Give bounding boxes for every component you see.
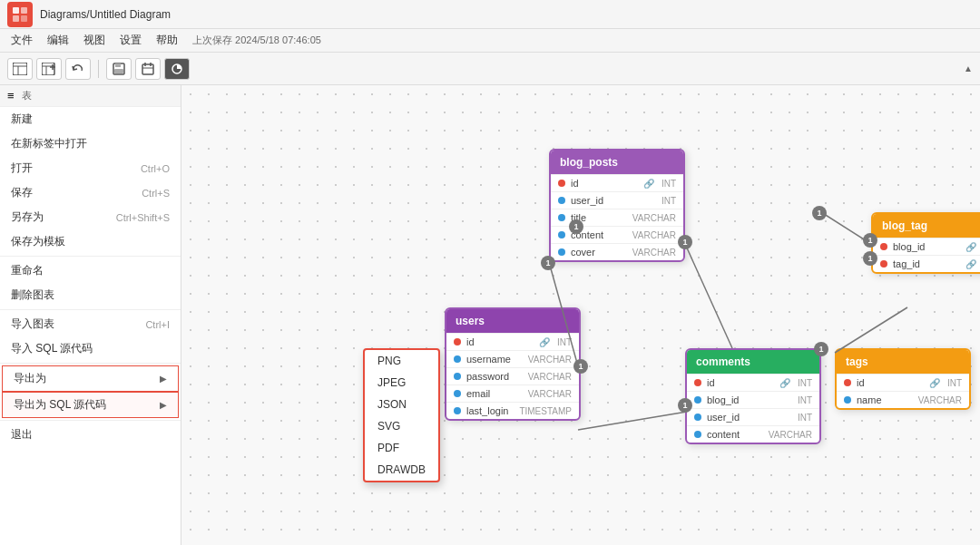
hamburger-icon[interactable]: ≡ xyxy=(7,89,15,102)
tags-row-id: id 🔗 INT xyxy=(837,374,969,391)
toolbar-add-table[interactable] xyxy=(36,58,62,80)
sidebar: ≡ 表 新建 在新标签中打开 打开 Ctrl+O 保存 Ctrl+S 另存为 C… xyxy=(0,85,181,545)
svg-rect-4 xyxy=(13,63,27,75)
field-dot xyxy=(558,197,565,204)
blog-tag-row-tagid: tag_id 🔗 INT xyxy=(873,255,980,272)
export-jpeg[interactable]: JPEG xyxy=(365,372,438,394)
file-dropdown: ≡ 表 新建 在新标签中打开 打开 Ctrl+O 保存 Ctrl+S 另存为 C… xyxy=(0,85,181,545)
comments-header: comments xyxy=(687,350,819,374)
svg-line-21 xyxy=(685,244,732,348)
save-timestamp: 上次保存 2024/5/18 07:46:05 xyxy=(192,34,321,47)
table-blog-tag[interactable]: blog_tag blog_id 🔗 INT tag_id 🔗 INT xyxy=(871,212,980,274)
table-tags[interactable]: tags id 🔗 INT name VARCHAR xyxy=(835,348,971,410)
pk-dot xyxy=(880,243,887,250)
menu-item-open[interactable]: 打开 Ctrl+O xyxy=(0,156,181,180)
blog-tag-row-blogid: blog_id 🔗 INT xyxy=(873,238,980,255)
menu-bar: 文件 编辑 视图 设置 帮助 上次保存 2024/5/18 07:46:05 xyxy=(0,29,980,53)
field-dot xyxy=(454,407,461,414)
comments-row-id: id 🔗 INT xyxy=(687,374,819,391)
users-row-username: username VARCHAR xyxy=(446,350,579,367)
table-comments[interactable]: comments id 🔗 INT blog_id INT user_id IN… xyxy=(685,348,821,444)
svg-rect-3 xyxy=(21,15,27,22)
separator-2 xyxy=(0,309,181,310)
menu-item-exit[interactable]: 退出 xyxy=(0,423,181,447)
svg-rect-0 xyxy=(13,7,19,14)
dropdown-header: ≡ 表 xyxy=(0,85,181,107)
users-header: users xyxy=(446,309,579,333)
blog-posts-header: blog_posts xyxy=(551,151,683,174)
export-svg[interactable]: SVG xyxy=(365,415,438,437)
toolbar-save[interactable] xyxy=(106,58,132,80)
export-pdf[interactable]: PDF xyxy=(365,437,438,459)
svg-rect-1 xyxy=(21,7,27,14)
users-row-email: email VARCHAR xyxy=(446,384,579,402)
toolbar-sep-1 xyxy=(98,60,99,78)
field-dot xyxy=(454,373,461,380)
svg-line-24 xyxy=(835,307,907,353)
blog-posts-row-userid: user_id INT xyxy=(551,191,683,209)
field-dot xyxy=(694,396,701,404)
field-dot xyxy=(558,248,565,256)
export-png[interactable]: PNG xyxy=(365,350,438,372)
collapse-button[interactable]: ▲ xyxy=(964,63,973,73)
users-row-password: password VARCHAR xyxy=(446,367,579,384)
conn-dot-3: 1 xyxy=(678,235,692,249)
table-users[interactable]: users id 🔗 INT username VARCHAR password… xyxy=(445,307,581,421)
conn-dot-7: 1 xyxy=(863,251,877,266)
toolbar-new-table[interactable] xyxy=(7,58,33,80)
menu-item-rename[interactable]: 重命名 xyxy=(0,258,181,283)
conn-dot-4: 1 xyxy=(812,206,827,220)
menu-item-delete[interactable]: 删除图表 xyxy=(0,283,181,307)
separator-4 xyxy=(0,420,181,421)
blog-tag-header: blog_tag xyxy=(873,214,980,238)
svg-rect-15 xyxy=(142,64,153,74)
export-json[interactable]: JSON xyxy=(365,394,438,415)
pk-dot xyxy=(558,180,565,187)
menu-item-import-sql[interactable]: 导入 SQL 源代码 xyxy=(0,336,181,361)
export-drawdb[interactable]: DRAWDB xyxy=(365,459,438,481)
table-blog-posts[interactable]: blog_posts id 🔗 INT user_id INT title VA… xyxy=(549,149,685,262)
pk-dot xyxy=(694,379,701,386)
field-dot xyxy=(558,214,565,221)
menu-item-import-diagram[interactable]: 导入图表 Ctrl+I xyxy=(0,312,181,336)
menu-item-export-sql[interactable]: 导出为 SQL 源代码 ▶ xyxy=(2,392,179,418)
svg-rect-2 xyxy=(13,15,19,22)
toolbar-undo[interactable] xyxy=(65,58,91,80)
conn-dot-8: 1 xyxy=(573,359,588,374)
conn-dot-5: 1 xyxy=(814,342,828,356)
comments-row-content: content VARCHAR xyxy=(687,425,819,443)
menu-file[interactable]: 文件 xyxy=(4,31,40,50)
field-dot xyxy=(558,231,565,238)
toolbar-calendar[interactable] xyxy=(135,58,161,80)
conn-dot-9: 1 xyxy=(678,398,692,413)
menu-item-new[interactable]: 新建 xyxy=(0,107,181,131)
menu-item-export[interactable]: 导出为 ▶ xyxy=(2,365,179,392)
app-logo xyxy=(7,2,33,27)
pk-dot xyxy=(880,260,887,268)
table-tab-label: 表 xyxy=(22,89,32,102)
users-row-lastlogin: last_login TIMESTAMP xyxy=(446,402,579,419)
title-bar: Diagrams/Untitled Diagram xyxy=(0,0,980,29)
menu-edit[interactable]: 编辑 xyxy=(40,31,76,50)
menu-item-save[interactable]: 保存 Ctrl+S xyxy=(0,180,181,205)
main-layout: ≡ 表 新建 在新标签中打开 打开 Ctrl+O 保存 Ctrl+S 另存为 C… xyxy=(0,85,980,545)
canvas[interactable]: 1 1 1 1 1 1 1 1 1 blog_posts id 🔗 INT us… xyxy=(181,85,980,545)
export-submenu: PNG JPEG JSON SVG PDF DRAWDB xyxy=(363,348,440,482)
menu-item-open-tab[interactable]: 在新标签中打开 xyxy=(0,131,181,156)
field-dot xyxy=(454,355,461,363)
pk-dot xyxy=(844,379,851,386)
menu-view[interactable]: 视图 xyxy=(76,31,113,50)
menu-item-save-template[interactable]: 保存为模板 xyxy=(0,229,181,254)
svg-rect-13 xyxy=(115,63,121,67)
toolbar: ▲ xyxy=(0,53,980,85)
tags-row-name: name VARCHAR xyxy=(837,391,969,408)
menu-settings[interactable]: 设置 xyxy=(113,31,149,50)
field-dot xyxy=(844,396,851,404)
menu-help[interactable]: 帮助 xyxy=(149,31,185,50)
page-title: Diagrams/Untitled Diagram xyxy=(40,8,171,21)
conn-dot-1: 1 xyxy=(541,256,555,270)
separator-1 xyxy=(0,256,181,257)
toolbar-toggle[interactable] xyxy=(164,58,190,80)
menu-item-saveas[interactable]: 另存为 Ctrl+Shift+S xyxy=(0,205,181,229)
svg-rect-14 xyxy=(114,69,123,73)
